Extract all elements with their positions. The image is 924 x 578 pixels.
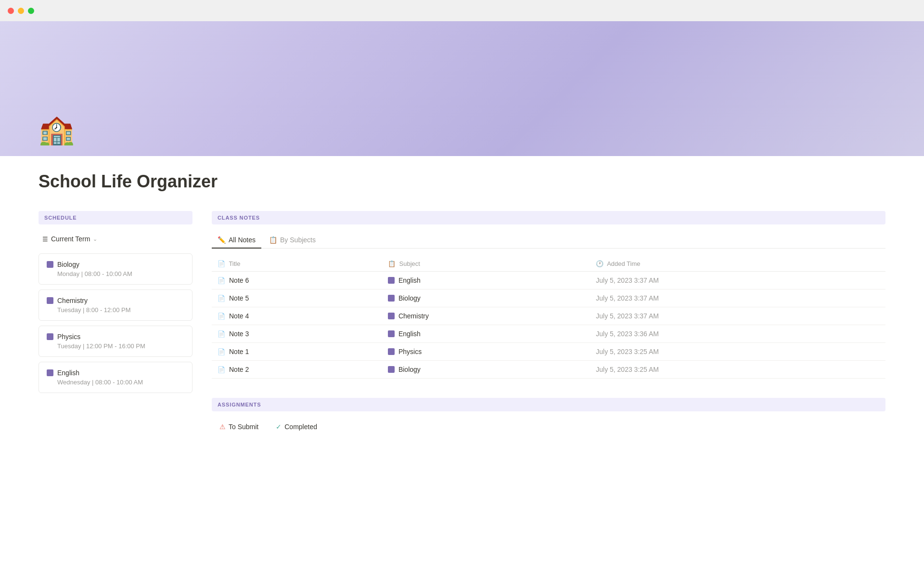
- note-doc-icon: 📄: [218, 348, 225, 355]
- table-row[interactable]: 📄 Note 5 Biology July 5, 2023 3:37 AM: [212, 289, 886, 307]
- col-subject: 📋 Subject: [382, 256, 590, 272]
- note-subject-cell: Biology: [382, 361, 590, 379]
- main-layout: SCHEDULE ☰ Current Term ⌄ Biology Monday…: [38, 211, 886, 434]
- note-title-cell: 📄 Note 4: [212, 307, 382, 325]
- note-time-cell: July 5, 2023 3:37 AM: [590, 289, 886, 307]
- schedule-card-physics[interactable]: Physics Tuesday | 12:00 PM - 16:00 PM: [38, 326, 192, 357]
- tab-all-notes-label: All Notes: [229, 236, 256, 244]
- note-doc-icon: 📄: [218, 313, 225, 320]
- subject-dot-icon: [388, 277, 395, 284]
- note-subject: Biology: [398, 366, 421, 373]
- tab-all-notes[interactable]: ✏️ All Notes: [212, 232, 261, 249]
- note-title: Note 2: [229, 366, 249, 373]
- list-icon: ☰: [42, 236, 48, 243]
- all-notes-icon: ✏️: [218, 236, 226, 244]
- subject-header-icon: 📋: [388, 260, 396, 267]
- by-subjects-icon: 📋: [269, 236, 277, 244]
- tab-to-submit[interactable]: ⚠ To Submit: [212, 419, 266, 434]
- assignment-tabs: ⚠ To Submit ✓ Completed: [212, 419, 886, 434]
- subject-dot-icon: [388, 330, 395, 337]
- class-notes-header: CLASS NOTES: [212, 211, 886, 224]
- page-content: School Life Organizer SCHEDULE ☰ Current…: [0, 171, 924, 463]
- note-subject: Physics: [398, 348, 422, 355]
- note-title: Note 5: [229, 294, 249, 302]
- schedule-card-english[interactable]: English Wednesday | 08:00 - 10:00 AM: [38, 362, 192, 393]
- note-subject: English: [398, 276, 421, 284]
- tab-by-subjects-label: By Subjects: [280, 236, 316, 244]
- subject-name: Biology: [57, 261, 79, 268]
- note-title: Note 4: [229, 312, 249, 320]
- notes-table: 📄 Title 📋 Subject 🕐 Added Time: [212, 256, 886, 379]
- tab-by-subjects[interactable]: 📋 By Subjects: [263, 232, 321, 249]
- subject-dot-icon: [388, 295, 395, 302]
- note-title: Note 3: [229, 330, 249, 338]
- assignments-header: ASSIGNMENTS: [212, 398, 886, 411]
- check-circle-icon: ✓: [276, 423, 282, 431]
- window-chrome: [0, 0, 924, 21]
- maximize-button[interactable]: [28, 8, 34, 14]
- subject-name: English: [57, 369, 79, 377]
- table-row[interactable]: 📄 Note 1 Physics July 5, 2023 3:25 AM: [212, 343, 886, 361]
- completed-label: Completed: [284, 423, 317, 431]
- table-row[interactable]: 📄 Note 3 English July 5, 2023 3:36 AM: [212, 325, 886, 343]
- close-button[interactable]: [8, 8, 14, 14]
- clock-icon: 🕐: [596, 260, 603, 267]
- note-title: Note 6: [229, 276, 249, 284]
- note-subject-cell: Physics: [382, 343, 590, 361]
- table-row[interactable]: 📄 Note 4 Chemistry July 5, 2023 3:37 AM: [212, 307, 886, 325]
- subject-color-icon: [47, 297, 53, 304]
- subject-name: Physics: [57, 333, 80, 341]
- note-title-cell: 📄 Note 1: [212, 343, 382, 361]
- note-title: Note 1: [229, 348, 249, 355]
- class-notes-section: CLASS NOTES ✏️ All Notes 📋 By Subjects: [212, 211, 886, 379]
- schedule-card-biology[interactable]: Biology Monday | 08:00 - 10:00 AM: [38, 253, 192, 285]
- subject-dot-icon: [388, 313, 395, 319]
- note-doc-icon: 📄: [218, 330, 225, 338]
- subject-color-icon: [47, 333, 53, 340]
- table-row[interactable]: 📄 Note 6 English July 5, 2023 3:37 AM: [212, 272, 886, 289]
- note-subject-cell: English: [382, 272, 590, 289]
- table-row[interactable]: 📄 Note 2 Biology July 5, 2023 3:25 AM: [212, 361, 886, 379]
- assignments-section: ASSIGNMENTS ⚠ To Submit ✓ Completed: [212, 398, 886, 434]
- subject-name: Chemistry: [57, 297, 88, 304]
- note-subject: Biology: [398, 294, 421, 302]
- subject-dot-icon: [388, 366, 395, 373]
- note-time-cell: July 5, 2023 3:37 AM: [590, 272, 886, 289]
- note-subject-cell: English: [382, 325, 590, 343]
- school-icon: 🏫: [38, 112, 75, 146]
- note-title-cell: 📄 Note 2: [212, 361, 382, 379]
- note-subject-cell: Biology: [382, 289, 590, 307]
- tab-completed[interactable]: ✓ Completed: [268, 419, 325, 434]
- alert-icon: ⚠: [219, 423, 226, 431]
- hero-banner: 🏫: [0, 21, 924, 156]
- note-title-cell: 📄 Note 3: [212, 325, 382, 343]
- schedule-section-header: SCHEDULE: [38, 211, 192, 224]
- current-term-filter[interactable]: ☰ Current Term ⌄: [38, 232, 192, 246]
- filter-label: Current Term: [51, 235, 90, 243]
- schedule-time: Wednesday | 08:00 - 10:00 AM: [47, 379, 184, 386]
- schedule-card-chemistry[interactable]: Chemistry Tuesday | 8:00 - 12:00 PM: [38, 289, 192, 321]
- col-title: 📄 Title: [212, 256, 382, 272]
- schedule-time: Tuesday | 8:00 - 12:00 PM: [47, 306, 184, 314]
- schedule-time: Tuesday | 12:00 PM - 16:00 PM: [47, 342, 184, 350]
- note-time-cell: July 5, 2023 3:25 AM: [590, 343, 886, 361]
- note-doc-icon: 📄: [218, 295, 225, 302]
- note-time-cell: July 5, 2023 3:36 AM: [590, 325, 886, 343]
- col-added-time: 🕐 Added Time: [590, 256, 886, 272]
- minimize-button[interactable]: [18, 8, 24, 14]
- note-title-cell: 📄 Note 5: [212, 289, 382, 307]
- note-time-cell: July 5, 2023 3:25 AM: [590, 361, 886, 379]
- schedule-time: Monday | 08:00 - 10:00 AM: [47, 270, 184, 277]
- note-title-cell: 📄 Note 6: [212, 272, 382, 289]
- note-time-cell: July 5, 2023 3:37 AM: [590, 307, 886, 325]
- note-subject-cell: Chemistry: [382, 307, 590, 325]
- note-subject: English: [398, 330, 421, 338]
- note-doc-icon: 📄: [218, 277, 225, 284]
- chevron-down-icon: ⌄: [93, 236, 97, 242]
- page-title: School Life Organizer: [38, 171, 886, 192]
- to-submit-label: To Submit: [229, 423, 258, 431]
- notes-tabs: ✏️ All Notes 📋 By Subjects: [212, 232, 886, 249]
- schedule-column: SCHEDULE ☰ Current Term ⌄ Biology Monday…: [38, 211, 192, 398]
- right-column: CLASS NOTES ✏️ All Notes 📋 By Subjects: [212, 211, 886, 434]
- note-subject: Chemistry: [398, 312, 429, 320]
